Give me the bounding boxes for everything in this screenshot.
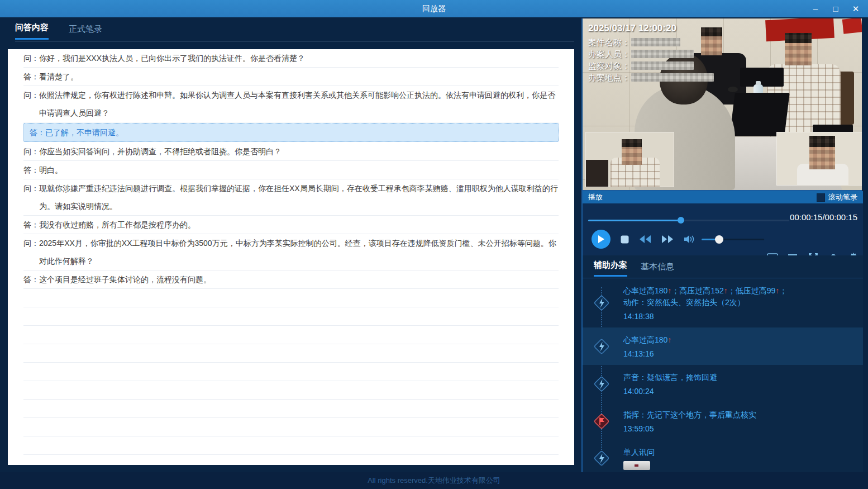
event-timestamp: 14:00:24 (623, 387, 857, 396)
scroll-transcript-toggle[interactable]: 滚动笔录 (817, 192, 857, 202)
pixelated-face (809, 136, 835, 169)
qa-text: 明白。 (39, 161, 559, 179)
event-row[interactable]: 单人讯问 (583, 440, 863, 472)
volume-icon[interactable] (684, 235, 695, 244)
qa-text: 2025年XX月，你审批的XX工程项目中标价为3500万元，中标方为李某实际控制… (39, 234, 559, 270)
qa-text: 这个项目是经过班子集体讨论的，流程没有问题。 (39, 270, 559, 288)
qa-row[interactable]: 答：这个项目是经过班子集体讨论的，流程没有问题。 (23, 270, 559, 289)
pip-camera-right (776, 132, 862, 186)
event-text: 声音：疑似谎言，掩饰回避 (623, 372, 857, 383)
event-row[interactable]: 指挥：先记下这个地方，事后重点核实13:59:05 (583, 402, 863, 440)
laptop (729, 93, 790, 136)
close-button[interactable]: ✕ (848, 2, 864, 16)
event-text: 指挥：先记下这个地方，事后重点核实 (623, 409, 857, 421)
qa-text: 你好，我们是XXX执法人员，已向你出示了我们的执法证件。你是否看清楚？ (39, 49, 559, 67)
pixelated-face (622, 139, 642, 165)
qa-empty-row (23, 418, 559, 436)
event-timestamp: 14:13:16 (623, 349, 857, 358)
tab-formal-record[interactable]: 正式笔录 (69, 24, 102, 40)
alert-lightning-diamond-icon (592, 374, 611, 393)
qa-row[interactable]: 问：你好，我们是XXX执法人员，已向你出示了我们的执法证件。你是否看清楚？ (23, 49, 559, 68)
qa-empty-row (23, 455, 559, 465)
alert-lightning-diamond-icon (592, 337, 611, 356)
play-icon (597, 235, 605, 244)
qa-text: 你应当如实回答询问，并协助调查，不得拒绝或者阻挠。你是否明白？ (39, 143, 559, 160)
qa-transcript-panel: 问：你好，我们是XXX执法人员，已向你出示了我们的执法证件。你是否看清楚？答：看… (8, 49, 574, 465)
checkbox-icon[interactable] (817, 193, 825, 202)
qa-empty-row (23, 363, 559, 381)
event-timestamp: 14:18:38 (623, 312, 857, 321)
qa-row[interactable]: 问：你应当如实回答询问，并协助调查，不得拒绝或者阻挠。你是否明白？ (23, 143, 559, 161)
video-timestamp: 2025/03/17 12:00:20 (588, 23, 714, 34)
volume-thumb[interactable] (715, 235, 723, 244)
event-timestamp: 13:59:05 (623, 424, 857, 433)
event-row[interactable]: 心率过高180↑14:13:16 (583, 327, 863, 365)
video-frame[interactable]: 2025/03/17 12:00:20 案件名称： 办案人员： 监察对象： 办案… (583, 18, 862, 191)
qa-row[interactable]: 问：2025年XX月，你审批的XX工程项目中标价为3500万元，中标方为李某实际… (23, 234, 559, 270)
event-text: 心率过高180↑；高压过高152↑；低压过高99↑； (623, 285, 857, 297)
qa-empty-row (23, 344, 559, 363)
qa-row[interactable]: 答：看清楚了。 (23, 68, 559, 86)
qa-empty-row (23, 436, 559, 455)
alert-lightning-diamond-icon (592, 293, 611, 312)
qa-row[interactable]: 答：已了解，不申请回避。 (23, 123, 559, 142)
red-flag-edge (842, 18, 862, 34)
pixelated-face (785, 33, 812, 65)
qa-speaker: 问： (23, 179, 39, 197)
event-row[interactable]: 心率过高180↑；高压过高152↑；低压过高99↑；动作：突然低头、突然抬头（2… (583, 278, 863, 327)
subject-label: 监察对象： (588, 60, 630, 72)
qa-row[interactable]: 答：明白。 (23, 161, 559, 179)
qa-text: 依照法律规定，你有权进行陈述和申辩。如果你认为调查人员与本案有直接利害关系或其他… (39, 86, 559, 122)
tab-qa-content[interactable]: 问答内容 (15, 22, 49, 40)
qa-row[interactable]: 问：依照法律规定，你有权进行陈述和申辩。如果你认为调查人员与本案有直接利害关系或… (23, 86, 559, 122)
seek-bar[interactable] (588, 217, 789, 223)
qa-text: 看清楚了。 (39, 68, 559, 86)
qa-text: 现就你涉嫌严重违纪违法问题进行调查。根据我们掌握的证据，你在担任XX局局长期间，… (39, 179, 559, 215)
seek-thumb[interactable] (678, 217, 684, 224)
tab-assist-case[interactable]: 辅助办案 (594, 260, 627, 277)
qa-speaker: 问： (23, 234, 39, 252)
player-controls: 00:00:15/00:00:15 (583, 203, 863, 255)
fast-forward-button[interactable] (661, 235, 674, 244)
play-strip: 播放 滚动笔录 (583, 191, 863, 203)
event-text: 心率过高180↑ (623, 334, 857, 346)
qa-speaker: 答： (23, 216, 39, 234)
qa-speaker: 问： (23, 143, 39, 160)
event-thumbnail[interactable] (623, 461, 650, 470)
qa-speaker: 问： (23, 49, 39, 67)
pip-camera-left (585, 132, 674, 187)
qa-speaker: 答： (23, 161, 39, 179)
censored-value (631, 38, 680, 46)
qa-speaker: 答： (23, 270, 39, 288)
copyright-text: All rights reserved.天地伟业技术有限公司 (368, 476, 500, 486)
qa-row[interactable]: 问：现就你涉嫌严重违纪违法问题进行调查。根据我们掌握的证据，你在担任XX局局长期… (23, 179, 559, 216)
volume-slider[interactable] (702, 236, 764, 243)
stop-button[interactable] (621, 235, 629, 244)
censored-value (631, 50, 694, 58)
footer-bar: All rights reserved.天地伟业技术有限公司 (0, 472, 868, 489)
qa-speaker: 答： (23, 68, 39, 86)
case-officer-label: 办案人员： (588, 48, 630, 60)
play-button[interactable] (592, 230, 611, 249)
maximize-button[interactable]: □ (828, 2, 843, 16)
minimize-button[interactable]: – (808, 2, 823, 16)
qa-empty-row (23, 289, 559, 307)
chair (586, 160, 608, 187)
right-column: 2025/03/17 12:00:20 案件名称： 办案人员： 监察对象： 办案… (581, 18, 863, 472)
tab-basic-info[interactable]: 基本信息 (641, 262, 674, 277)
case-location-label: 办案地点： (588, 72, 630, 83)
qa-row[interactable]: 答：我没有收过贿赂，所有工作都是按程序办的。 (23, 216, 559, 234)
rewind-button[interactable] (639, 235, 651, 244)
event-row[interactable]: 声音：疑似谎言，掩饰回避14:00:24 (583, 365, 863, 402)
qa-text: 已了解，不申请回避。 (45, 124, 558, 141)
play-strip-label: 播放 (588, 192, 603, 202)
case-name-label: 案件名称： (588, 36, 630, 48)
assist-tabbar: 辅助办案 基本信息 (583, 255, 863, 278)
scroll-transcript-label: 滚动笔录 (828, 192, 857, 202)
up-arrow-icon: ↑ (667, 335, 671, 344)
qa-empty-row (23, 400, 559, 418)
command-flag-diamond-icon (592, 412, 611, 431)
qa-empty-row (23, 381, 559, 400)
title-bar: 回放器 – □ ✕ (0, 0, 868, 17)
up-arrow-icon: ↑ (775, 286, 779, 295)
